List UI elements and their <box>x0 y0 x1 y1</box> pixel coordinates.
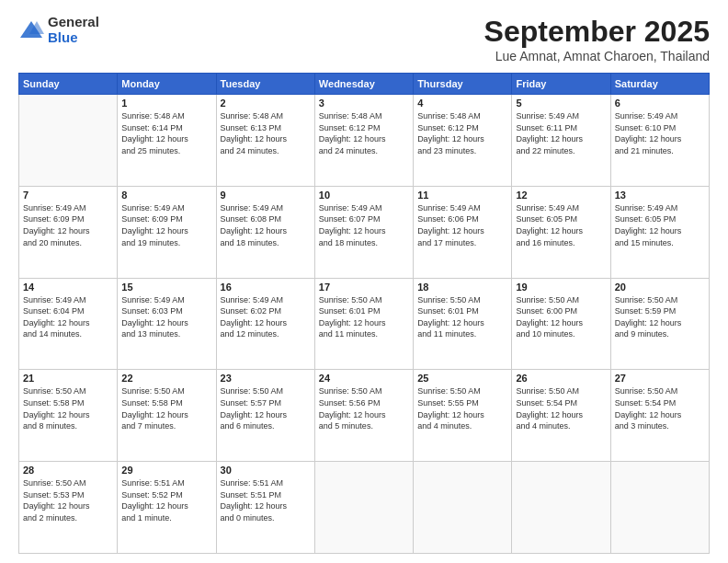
calendar-cell: 11Sunrise: 5:49 AM Sunset: 6:06 PM Dayli… <box>414 186 512 278</box>
cell-info: Sunrise: 5:49 AM Sunset: 6:05 PM Dayligh… <box>615 202 705 248</box>
header-day-monday: Monday <box>118 74 216 95</box>
calendar-cell: 2Sunrise: 5:48 AM Sunset: 6:13 PM Daylig… <box>216 95 314 187</box>
calendar-table: SundayMondayTuesdayWednesdayThursdayFrid… <box>18 73 710 554</box>
cell-info: Sunrise: 5:50 AM Sunset: 5:55 PM Dayligh… <box>417 385 507 431</box>
calendar-cell <box>512 462 610 554</box>
calendar-cell: 30Sunrise: 5:51 AM Sunset: 5:51 PM Dayli… <box>216 462 314 554</box>
cell-info: Sunrise: 5:49 AM Sunset: 6:09 PM Dayligh… <box>121 202 211 248</box>
header-day-sunday: Sunday <box>19 74 118 95</box>
cell-date: 3 <box>319 98 409 109</box>
calendar-cell: 16Sunrise: 5:49 AM Sunset: 6:02 PM Dayli… <box>216 278 314 370</box>
calendar-cell: 5Sunrise: 5:49 AM Sunset: 6:11 PM Daylig… <box>512 95 610 187</box>
calendar-week-4: 21Sunrise: 5:50 AM Sunset: 5:58 PM Dayli… <box>19 370 710 462</box>
cell-date: 8 <box>121 190 211 201</box>
calendar-cell: 23Sunrise: 5:50 AM Sunset: 5:57 PM Dayli… <box>216 370 314 462</box>
cell-date: 5 <box>516 98 606 109</box>
cell-info: Sunrise: 5:49 AM Sunset: 6:11 PM Dayligh… <box>516 110 606 156</box>
calendar-week-1: 1Sunrise: 5:48 AM Sunset: 6:14 PM Daylig… <box>19 95 710 187</box>
calendar-cell: 26Sunrise: 5:50 AM Sunset: 5:54 PM Dayli… <box>512 370 610 462</box>
cell-info: Sunrise: 5:50 AM Sunset: 5:56 PM Dayligh… <box>319 385 409 431</box>
header-day-tuesday: Tuesday <box>216 74 314 95</box>
calendar-week-2: 7Sunrise: 5:49 AM Sunset: 6:09 PM Daylig… <box>19 186 710 278</box>
header: General Blue September 2025 Lue Amnat, A… <box>18 15 710 63</box>
calendar-cell: 21Sunrise: 5:50 AM Sunset: 5:58 PM Dayli… <box>19 370 118 462</box>
cell-date: 1 <box>121 98 211 109</box>
calendar-cell: 18Sunrise: 5:50 AM Sunset: 6:01 PM Dayli… <box>414 278 512 370</box>
logo: General Blue <box>18 15 99 45</box>
cell-info: Sunrise: 5:50 AM Sunset: 5:57 PM Dayligh… <box>221 385 311 431</box>
calendar-body: 1Sunrise: 5:48 AM Sunset: 6:14 PM Daylig… <box>19 95 710 554</box>
cell-date: 9 <box>221 190 311 201</box>
cell-date: 20 <box>615 282 705 293</box>
page-subtitle: Lue Amnat, Amnat Charoen, Thailand <box>484 49 710 63</box>
cell-info: Sunrise: 5:50 AM Sunset: 5:59 PM Dayligh… <box>615 294 705 340</box>
calendar-week-3: 14Sunrise: 5:49 AM Sunset: 6:04 PM Dayli… <box>19 278 710 370</box>
header-day-wednesday: Wednesday <box>314 74 413 95</box>
calendar-cell: 13Sunrise: 5:49 AM Sunset: 6:05 PM Dayli… <box>610 186 709 278</box>
calendar-cell: 17Sunrise: 5:50 AM Sunset: 6:01 PM Dayli… <box>314 278 413 370</box>
calendar-header: SundayMondayTuesdayWednesdayThursdayFrid… <box>19 74 710 95</box>
cell-info: Sunrise: 5:48 AM Sunset: 6:12 PM Dayligh… <box>319 110 409 156</box>
cell-info: Sunrise: 5:49 AM Sunset: 6:08 PM Dayligh… <box>221 202 311 248</box>
logo-blue: Blue <box>48 30 99 46</box>
cell-info: Sunrise: 5:51 AM Sunset: 5:52 PM Dayligh… <box>121 477 211 523</box>
calendar-cell: 6Sunrise: 5:49 AM Sunset: 6:10 PM Daylig… <box>610 95 709 187</box>
cell-info: Sunrise: 5:50 AM Sunset: 5:54 PM Dayligh… <box>516 385 606 431</box>
cell-info: Sunrise: 5:48 AM Sunset: 6:12 PM Dayligh… <box>417 110 507 156</box>
cell-date: 23 <box>221 373 311 384</box>
cell-date: 29 <box>121 465 211 476</box>
calendar-cell: 27Sunrise: 5:50 AM Sunset: 5:54 PM Dayli… <box>610 370 709 462</box>
cell-date: 16 <box>221 282 311 293</box>
cell-date: 10 <box>319 190 409 201</box>
calendar-cell: 7Sunrise: 5:49 AM Sunset: 6:09 PM Daylig… <box>19 186 118 278</box>
page-title: September 2025 <box>484 15 710 49</box>
header-day-friday: Friday <box>512 74 610 95</box>
cell-date: 30 <box>221 465 311 476</box>
cell-info: Sunrise: 5:49 AM Sunset: 6:07 PM Dayligh… <box>319 202 409 248</box>
calendar-cell: 28Sunrise: 5:50 AM Sunset: 5:53 PM Dayli… <box>19 462 118 554</box>
cell-info: Sunrise: 5:51 AM Sunset: 5:51 PM Dayligh… <box>221 477 311 523</box>
logo-icon <box>18 17 44 43</box>
calendar-cell <box>19 95 118 187</box>
cell-info: Sunrise: 5:50 AM Sunset: 6:01 PM Dayligh… <box>319 294 409 340</box>
cell-info: Sunrise: 5:50 AM Sunset: 5:54 PM Dayligh… <box>615 385 705 431</box>
calendar-cell: 14Sunrise: 5:49 AM Sunset: 6:04 PM Dayli… <box>19 278 118 370</box>
cell-date: 26 <box>516 373 606 384</box>
cell-date: 28 <box>23 465 113 476</box>
calendar-cell <box>414 462 512 554</box>
cell-info: Sunrise: 5:50 AM Sunset: 5:58 PM Dayligh… <box>121 385 211 431</box>
calendar-cell: 15Sunrise: 5:49 AM Sunset: 6:03 PM Dayli… <box>118 278 216 370</box>
cell-date: 14 <box>23 282 113 293</box>
cell-date: 19 <box>516 282 606 293</box>
cell-date: 11 <box>417 190 507 201</box>
cell-info: Sunrise: 5:49 AM Sunset: 6:10 PM Dayligh… <box>615 110 705 156</box>
calendar-cell: 22Sunrise: 5:50 AM Sunset: 5:58 PM Dayli… <box>118 370 216 462</box>
cell-date: 22 <box>121 373 211 384</box>
cell-date: 7 <box>23 190 113 201</box>
cell-date: 6 <box>615 98 705 109</box>
cell-info: Sunrise: 5:50 AM Sunset: 6:01 PM Dayligh… <box>417 294 507 340</box>
cell-date: 2 <box>221 98 311 109</box>
cell-date: 12 <box>516 190 606 201</box>
cell-info: Sunrise: 5:48 AM Sunset: 6:14 PM Dayligh… <box>121 110 211 156</box>
logo-text: General Blue <box>48 15 99 45</box>
calendar-cell: 4Sunrise: 5:48 AM Sunset: 6:12 PM Daylig… <box>414 95 512 187</box>
calendar-cell: 20Sunrise: 5:50 AM Sunset: 5:59 PM Dayli… <box>610 278 709 370</box>
calendar-cell <box>314 462 413 554</box>
cell-info: Sunrise: 5:49 AM Sunset: 6:09 PM Dayligh… <box>23 202 113 248</box>
cell-date: 25 <box>417 373 507 384</box>
cell-info: Sunrise: 5:49 AM Sunset: 6:02 PM Dayligh… <box>221 294 311 340</box>
logo-general: General <box>48 15 99 30</box>
calendar-cell: 3Sunrise: 5:48 AM Sunset: 6:12 PM Daylig… <box>314 95 413 187</box>
cell-info: Sunrise: 5:48 AM Sunset: 6:13 PM Dayligh… <box>221 110 311 156</box>
calendar-cell: 12Sunrise: 5:49 AM Sunset: 6:05 PM Dayli… <box>512 186 610 278</box>
calendar-cell: 24Sunrise: 5:50 AM Sunset: 5:56 PM Dayli… <box>314 370 413 462</box>
cell-info: Sunrise: 5:49 AM Sunset: 6:06 PM Dayligh… <box>417 202 507 248</box>
calendar-week-5: 28Sunrise: 5:50 AM Sunset: 5:53 PM Dayli… <box>19 462 710 554</box>
calendar-cell: 10Sunrise: 5:49 AM Sunset: 6:07 PM Dayli… <box>314 186 413 278</box>
cell-date: 15 <box>121 282 211 293</box>
calendar-cell: 8Sunrise: 5:49 AM Sunset: 6:09 PM Daylig… <box>118 186 216 278</box>
cell-info: Sunrise: 5:49 AM Sunset: 6:03 PM Dayligh… <box>121 294 211 340</box>
calendar-cell: 9Sunrise: 5:49 AM Sunset: 6:08 PM Daylig… <box>216 186 314 278</box>
calendar-cell: 1Sunrise: 5:48 AM Sunset: 6:14 PM Daylig… <box>118 95 216 187</box>
